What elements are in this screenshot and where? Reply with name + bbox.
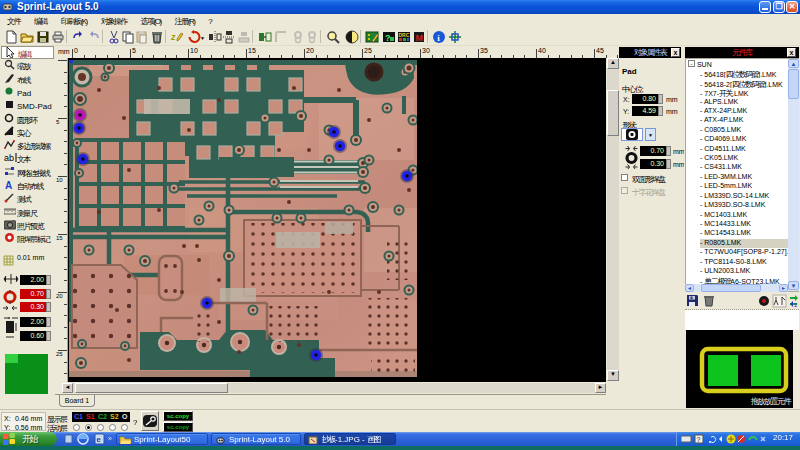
svg-text:DRC: DRC bbox=[399, 32, 410, 38]
svg-text:e: e bbox=[97, 435, 102, 444]
svg-text:?: ? bbox=[385, 33, 391, 43]
svg-text:A: A bbox=[5, 180, 12, 190]
svg-text:»: » bbox=[108, 435, 112, 442]
svg-text:z: z bbox=[170, 32, 176, 42]
svg-text:M: M bbox=[416, 33, 424, 43]
svg-text:2: 2 bbox=[794, 302, 798, 308]
svg-text:ab: ab bbox=[4, 153, 14, 163]
svg-text:?: ? bbox=[697, 436, 701, 443]
